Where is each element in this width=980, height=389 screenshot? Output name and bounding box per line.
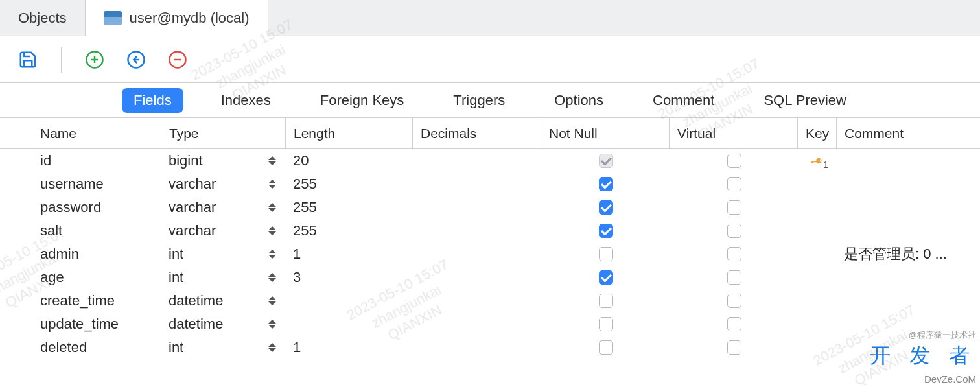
field-length-cell[interactable]: 1 (285, 339, 412, 356)
notnull-checkbox[interactable] (599, 200, 613, 215)
field-type-cell[interactable]: int (161, 269, 285, 286)
field-notnull-cell (541, 340, 669, 355)
field-name-cell[interactable]: username (32, 176, 161, 193)
field-type-cell[interactable]: int (161, 339, 285, 356)
type-stepper[interactable] (268, 317, 277, 331)
field-notnull-cell (541, 154, 669, 168)
type-stepper[interactable] (268, 154, 277, 168)
table-row[interactable]: passwordvarchar255 (0, 196, 980, 219)
field-type-cell[interactable]: datetime (161, 292, 285, 309)
field-type-label: varchar (169, 199, 216, 216)
type-stepper[interactable] (268, 270, 277, 285)
col-header-type[interactable]: Type (161, 118, 285, 148)
col-header-name[interactable]: Name (32, 118, 161, 148)
notnull-checkbox[interactable] (599, 270, 613, 285)
tab-sql-preview[interactable]: SQL Preview (752, 88, 858, 113)
field-length-cell[interactable]: 255 (285, 222, 412, 239)
add-field-button[interactable] (84, 49, 106, 71)
table-row[interactable]: usernamevarchar255 (0, 172, 980, 196)
field-type-label: bigint (169, 152, 203, 169)
field-comment-cell[interactable]: 是否管理员: 0 ... (836, 244, 980, 264)
table-row[interactable]: deletedint1 (0, 336, 980, 359)
col-header-comment[interactable]: Comment (836, 118, 980, 148)
field-type-cell[interactable]: varchar (161, 222, 285, 239)
tab-options[interactable]: Options (542, 88, 615, 113)
field-length-cell[interactable]: 255 (285, 199, 412, 216)
field-notnull-cell (541, 270, 669, 285)
notnull-checkbox[interactable] (599, 224, 613, 238)
field-virtual-cell (669, 200, 797, 215)
table-row[interactable]: create_timedatetime (0, 289, 980, 312)
table-row[interactable]: adminint1是否管理员: 0 ... (0, 242, 980, 266)
field-type-cell[interactable]: bigint (161, 152, 285, 169)
field-name-cell[interactable]: create_time (32, 292, 161, 309)
type-stepper[interactable] (268, 294, 277, 308)
table-row[interactable]: update_timedatetime (0, 312, 980, 336)
field-length-cell[interactable]: 255 (285, 176, 412, 193)
notnull-checkbox[interactable] (599, 177, 613, 191)
field-name-cell[interactable]: age (32, 269, 161, 286)
field-notnull-cell (541, 247, 669, 261)
brand-slogan: DevZe.CoM (924, 373, 976, 384)
virtual-checkbox[interactable] (727, 177, 741, 191)
tab-triggers[interactable]: Triggers (441, 88, 517, 113)
col-header-notnull[interactable]: Not Null (541, 118, 669, 148)
notnull-checkbox[interactable] (599, 294, 613, 308)
col-header-key[interactable]: Key (797, 118, 836, 148)
field-type-label: datetime (169, 316, 223, 333)
type-stepper[interactable] (268, 177, 277, 191)
field-notnull-cell (541, 317, 669, 331)
delete-field-button[interactable] (167, 49, 189, 71)
field-name-cell[interactable]: admin (32, 246, 161, 263)
notnull-checkbox[interactable] (599, 340, 613, 355)
field-name-cell[interactable]: update_time (32, 316, 161, 333)
field-notnull-cell (541, 224, 669, 238)
field-name-cell[interactable]: salt (32, 222, 161, 239)
tab-user-table[interactable]: user@mydb (local) (86, 0, 268, 36)
field-type-cell[interactable]: datetime (161, 316, 285, 333)
field-length-cell[interactable]: 3 (285, 269, 412, 286)
field-length-cell[interactable]: 1 (285, 246, 412, 263)
col-header-virtual[interactable]: Virtual (669, 118, 797, 148)
field-notnull-cell (541, 294, 669, 308)
virtual-checkbox[interactable] (727, 317, 741, 331)
type-stepper[interactable] (268, 247, 277, 261)
tab-comment[interactable]: Comment (641, 88, 726, 113)
virtual-checkbox[interactable] (727, 154, 741, 168)
col-header-length[interactable]: Length (285, 118, 412, 148)
tab-fields[interactable]: Fields (122, 88, 183, 113)
type-stepper[interactable] (268, 224, 277, 238)
table-row[interactable]: ageint3 (0, 266, 980, 289)
tab-indexes[interactable]: Indexes (209, 88, 283, 113)
table-row[interactable]: idbigint201 (0, 149, 980, 172)
field-type-cell[interactable]: varchar (161, 199, 285, 216)
virtual-checkbox[interactable] (727, 224, 741, 238)
field-type-cell[interactable]: int (161, 246, 285, 263)
save-button[interactable] (17, 49, 39, 71)
virtual-checkbox[interactable] (727, 247, 741, 261)
back-button[interactable] (125, 49, 147, 71)
virtual-checkbox[interactable] (727, 270, 741, 285)
tab-foreign-keys[interactable]: Foreign Keys (309, 88, 416, 113)
field-type-cell[interactable]: varchar (161, 176, 285, 193)
field-name-cell[interactable]: password (32, 199, 161, 216)
notnull-checkbox[interactable] (599, 154, 613, 168)
virtual-checkbox[interactable] (727, 200, 741, 215)
notnull-checkbox[interactable] (599, 317, 613, 331)
author-handle: @程序猿一技术社 (870, 330, 976, 341)
plus-icon (85, 50, 104, 69)
toolbar (0, 36, 980, 83)
virtual-checkbox[interactable] (727, 340, 741, 355)
tab-bar: Objects user@mydb (local) (0, 0, 980, 36)
table-row[interactable]: saltvarchar255 (0, 219, 980, 242)
type-stepper[interactable] (268, 340, 277, 355)
field-length-cell[interactable]: 20 (285, 152, 412, 169)
field-name-cell[interactable]: deleted (32, 339, 161, 356)
virtual-checkbox[interactable] (727, 294, 741, 308)
sub-tab-bar: Fields Indexes Foreign Keys Triggers Opt… (0, 83, 980, 118)
field-name-cell[interactable]: id (32, 152, 161, 169)
tab-objects[interactable]: Objects (0, 0, 86, 36)
type-stepper[interactable] (268, 200, 277, 215)
col-header-decimals[interactable]: Decimals (412, 118, 541, 148)
notnull-checkbox[interactable] (599, 247, 613, 261)
